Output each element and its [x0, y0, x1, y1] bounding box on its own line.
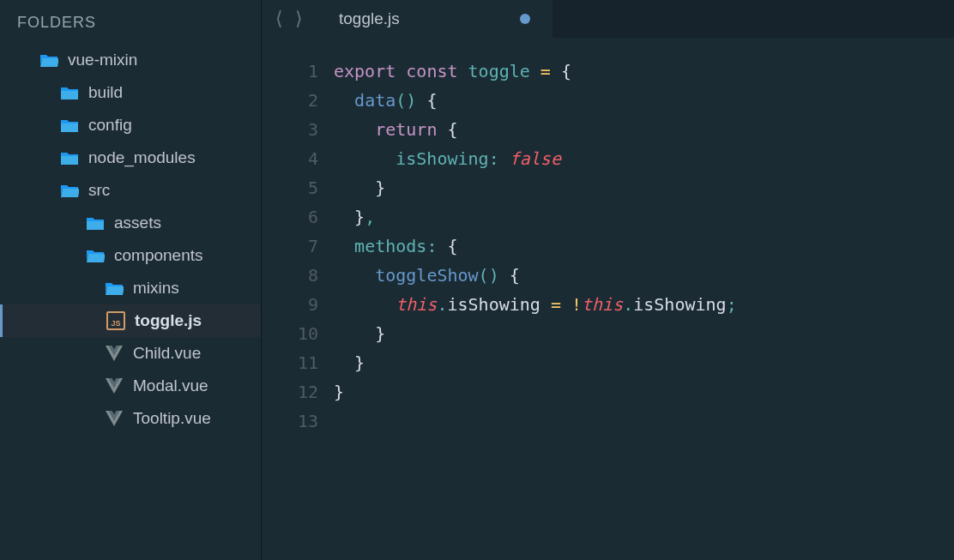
- tree-file[interactable]: Tooltip.vue: [0, 402, 261, 435]
- tree-item-label: Child.vue: [133, 344, 201, 363]
- file-tree: vue-mixinbuildconfignode_modulessrcasset…: [0, 40, 261, 435]
- line-number: 8: [262, 261, 318, 290]
- nav-arrows: ⟨ ⟩: [262, 0, 317, 38]
- tree-file[interactable]: Modal.vue: [0, 370, 261, 402]
- line-number: 2: [262, 86, 318, 115]
- tree-folder[interactable]: node_modules: [0, 142, 261, 174]
- code-line: toggleShow() {: [334, 261, 954, 290]
- tree-item-label: build: [88, 83, 123, 102]
- tree-item-label: src: [88, 181, 110, 200]
- nav-back-icon[interactable]: ⟨: [275, 8, 283, 30]
- code-line: data() {: [334, 86, 954, 115]
- line-gutter: 12345678910111213: [262, 57, 334, 560]
- code-line: isShowing: false: [334, 144, 954, 173]
- tab-label: toggle.js: [339, 9, 400, 28]
- vue-icon: [104, 344, 124, 363]
- code-line: return {: [334, 115, 954, 144]
- tree-folder[interactable]: vue-mixin: [0, 44, 261, 76]
- tab-active[interactable]: toggle.js: [317, 0, 552, 38]
- code-line: }: [334, 319, 954, 348]
- editor[interactable]: 12345678910111213 export const toggle = …: [262, 38, 954, 560]
- tree-item-label: node_modules: [88, 148, 196, 167]
- tree-folder[interactable]: assets: [0, 207, 261, 239]
- tree-folder[interactable]: src: [0, 174, 261, 207]
- line-number: 11: [262, 348, 318, 377]
- dirty-indicator-icon: [520, 14, 530, 24]
- line-number: 6: [262, 202, 318, 232]
- tree-folder[interactable]: mixins: [0, 272, 261, 304]
- line-number: 1: [262, 57, 318, 86]
- line-number: 9: [262, 290, 318, 319]
- tree-item-label: mixins: [133, 279, 179, 298]
- folder-icon: [85, 214, 106, 232]
- line-number: 13: [262, 406, 318, 436]
- code-line: }: [334, 377, 954, 406]
- code-line: }: [334, 173, 954, 202]
- tree-file[interactable]: JStoggle.js: [0, 304, 261, 337]
- tree-folder[interactable]: components: [0, 239, 261, 272]
- tree-item-label: toggle.js: [135, 311, 202, 330]
- js-icon: JS: [106, 311, 126, 330]
- line-number: 3: [262, 115, 318, 144]
- vue-icon: [104, 376, 124, 395]
- tab-bar: ⟨ ⟩ toggle.js: [262, 0, 954, 38]
- tree-file[interactable]: Child.vue: [0, 337, 261, 370]
- tree-item-label: Modal.vue: [133, 376, 208, 395]
- line-number: 5: [262, 173, 318, 202]
- folders-header: FOLDERS: [0, 7, 261, 40]
- tree-item-label: Tooltip.vue: [133, 409, 211, 428]
- line-number: 10: [262, 319, 318, 348]
- folder-icon: [59, 116, 80, 135]
- line-number: 12: [262, 377, 318, 406]
- line-number: 4: [262, 144, 318, 173]
- code-line: this.isShowing = !this.isShowing;: [334, 290, 954, 319]
- line-number: 7: [262, 232, 318, 261]
- tree-item-label: vue-mixin: [68, 51, 137, 69]
- sidebar: FOLDERS vue-mixinbuildconfignode_modules…: [0, 0, 262, 560]
- code-line: export const toggle = {: [334, 57, 954, 86]
- tree-item-label: components: [114, 246, 203, 265]
- folder-open-icon: [59, 181, 80, 200]
- vue-icon: [104, 409, 124, 428]
- code-line: [334, 406, 954, 436]
- tree-item-label: assets: [114, 214, 161, 232]
- folder-icon: [59, 148, 80, 167]
- tree-folder[interactable]: config: [0, 109, 261, 142]
- main-area: ⟨ ⟩ toggle.js 12345678910111213 export c…: [262, 0, 954, 560]
- nav-forward-icon[interactable]: ⟩: [295, 8, 303, 30]
- code-line: },: [334, 202, 954, 232]
- tree-item-label: config: [88, 116, 132, 135]
- code-line: }: [334, 348, 954, 377]
- folder-open-icon: [104, 279, 124, 298]
- code-line: methods: {: [334, 232, 954, 261]
- code-content[interactable]: export const toggle = { data() { return …: [334, 57, 954, 560]
- tree-folder[interactable]: build: [0, 76, 261, 109]
- folder-icon: [59, 83, 80, 102]
- folder-open-icon: [39, 51, 59, 69]
- folder-open-icon: [85, 246, 106, 265]
